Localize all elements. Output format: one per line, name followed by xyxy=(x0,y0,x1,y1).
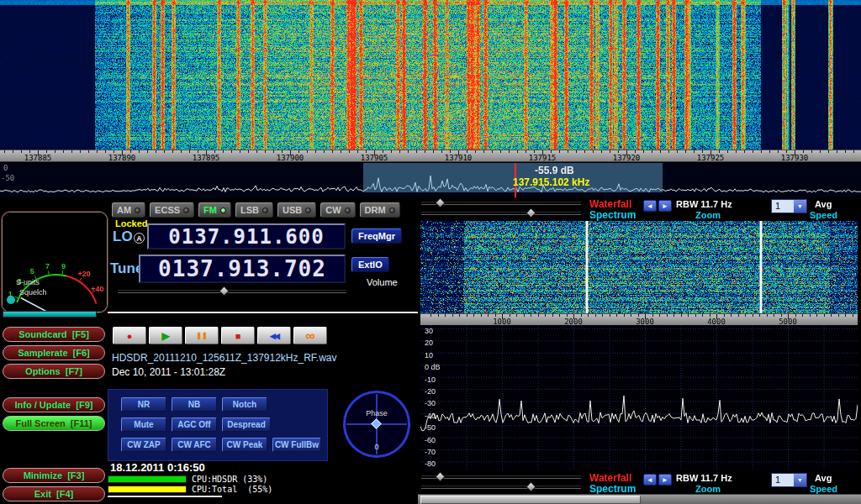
menu-button-full-screen[interactable]: Full Screen [F11] xyxy=(3,416,105,431)
spin-left-icon[interactable]: ◄ xyxy=(643,474,657,486)
scale-tick xyxy=(307,150,308,153)
spin-left-icon[interactable]: ◄ xyxy=(643,200,657,212)
dsp-button-cw-zap[interactable]: CW ZAP xyxy=(121,438,166,452)
menu-button-info-update[interactable]: Info / Update [F9] xyxy=(3,397,105,412)
scale-tick xyxy=(531,314,531,317)
scale-tick xyxy=(97,150,98,153)
dsp-button-mute[interactable]: Mute xyxy=(121,417,166,432)
frequency-scale[interactable]: 1378851378901378951379001379051379101379… xyxy=(0,150,861,162)
audio-spectrum-display[interactable] xyxy=(420,325,858,471)
tune-frequency-display[interactable]: 0137.913.702 xyxy=(139,255,346,283)
volume-slider[interactable] xyxy=(118,287,346,296)
slider-thumb[interactable] xyxy=(526,207,536,218)
cpu-hdsdr-bar xyxy=(108,475,187,483)
scale-tick xyxy=(198,150,198,153)
dsp-button-nr[interactable]: NR xyxy=(121,397,166,412)
scale-tick xyxy=(240,150,240,153)
main-waterfall-display[interactable] xyxy=(0,0,861,150)
scale-tick xyxy=(820,150,821,153)
lo-sync-badge[interactable]: A xyxy=(134,233,145,244)
overview-spectrum[interactable]: 0 -50 -55.9 dB 137.915.102 kHz xyxy=(0,163,861,197)
transport-stop-button[interactable]: ■ xyxy=(221,327,255,344)
scale-tick xyxy=(559,150,560,153)
scale-tick xyxy=(298,150,299,153)
scale-tick xyxy=(753,150,753,153)
scale-tick xyxy=(845,314,846,317)
dsp-button-cw-peak[interactable]: CW Peak xyxy=(222,438,267,452)
mode-button-lsb[interactable]: LSB xyxy=(235,202,273,218)
freq-scale-label: 137915 xyxy=(529,154,557,162)
horizontal-scrollbar[interactable] xyxy=(418,494,861,504)
play-icon: ▶ xyxy=(161,330,169,342)
slider-thumb[interactable] xyxy=(435,197,446,208)
audio-scale-label: 3000 xyxy=(636,318,654,325)
spin-right-icon[interactable]: ► xyxy=(658,474,672,486)
dsp-button-agc-off[interactable]: AGC Off xyxy=(172,417,217,432)
dsp-button-nb[interactable]: NB xyxy=(172,397,217,412)
scale-tick xyxy=(481,314,482,317)
menu-button-soundcard[interactable]: Soundcard [F5] xyxy=(3,327,105,342)
display-slider-lower[interactable] xyxy=(421,209,581,218)
scale-tick xyxy=(156,150,156,153)
scale-tick xyxy=(610,150,610,153)
dsp-button-despread[interactable]: Despread xyxy=(222,417,271,432)
menu-button-exit[interactable]: Exit [F4] xyxy=(3,486,105,501)
mode-button-ecss[interactable]: ECSS xyxy=(150,202,194,218)
waterfall-label[interactable]: Waterfall xyxy=(589,198,631,210)
avg-select[interactable]: 1▼ xyxy=(771,199,807,213)
display-slider-upper[interactable] xyxy=(421,199,581,207)
spectrum-label[interactable]: Spectrum xyxy=(589,209,636,221)
transport-loop-button[interactable]: ∞ xyxy=(293,327,327,344)
display-slider-lower[interactable] xyxy=(421,483,581,491)
mode-button-usb[interactable]: USB xyxy=(277,202,316,218)
scale-tick xyxy=(534,150,535,153)
lo-frequency-display[interactable]: 0137.911.600 xyxy=(147,223,346,249)
scale-tick xyxy=(71,150,72,153)
spectrum-label[interactable]: Spectrum xyxy=(589,483,636,495)
cpu-row: CPU:HDSDR (33%) xyxy=(108,475,331,485)
scrollbar-thumb[interactable] xyxy=(420,496,641,504)
transport-pause-button[interactable]: ❚❚ xyxy=(185,327,219,344)
freqmgr-button[interactable]: FreqMgr xyxy=(351,228,402,244)
slider-thumb[interactable] xyxy=(435,471,446,482)
avg-select[interactable]: 1▼ xyxy=(771,473,807,487)
scale-tick xyxy=(828,150,829,153)
freq-scale-label: 137925 xyxy=(697,154,725,162)
mode-button-fm[interactable]: FM xyxy=(198,202,231,218)
transport-play-button[interactable]: ▶ xyxy=(149,327,182,344)
audio-frequency-scale[interactable]: 10002000300040005000 xyxy=(420,313,858,325)
scale-tick xyxy=(769,150,770,153)
mode-button-am[interactable]: AM xyxy=(112,202,145,218)
scale-tick xyxy=(29,150,30,153)
menu-button-samplerate[interactable]: Samplerate [F6] xyxy=(3,345,105,360)
menu-button-options[interactable]: Options [F7] xyxy=(3,364,105,379)
dropdown-arrow-icon[interactable]: ▼ xyxy=(794,200,806,213)
dsp-button-cw-afc[interactable]: CW AFC xyxy=(172,438,217,452)
dsp-button-notch[interactable]: Notch xyxy=(222,397,267,412)
audio-waterfall-display[interactable] xyxy=(420,221,858,313)
slider-thumb[interactable] xyxy=(526,481,536,492)
waterfall-label[interactable]: Waterfall xyxy=(589,472,631,484)
mode-button-drm[interactable]: DRM xyxy=(360,202,400,218)
audio-scale-label: 4000 xyxy=(707,318,726,325)
display-controls-top: WaterfallSpectrum◄►RBW 11.7 HzZoom1▼AvgS… xyxy=(418,198,861,220)
scale-tick xyxy=(702,314,703,317)
phase-scope-value: 0 xyxy=(340,443,414,451)
spin-right-icon[interactable]: ► xyxy=(658,200,672,212)
volume-slider-thumb[interactable] xyxy=(219,286,230,297)
extio-button[interactable]: ExtIO xyxy=(351,257,389,272)
scale-tick xyxy=(831,314,832,317)
menu-button-minimize[interactable]: Minimize [F3] xyxy=(3,468,105,483)
scale-tick xyxy=(495,314,496,317)
transport-record-button[interactable]: ● xyxy=(113,327,146,344)
mode-button-cw[interactable]: CW xyxy=(320,202,355,218)
transport-rewind-button[interactable]: ◀◀ xyxy=(257,327,291,344)
display-slider-upper[interactable] xyxy=(421,473,581,481)
scale-tick xyxy=(445,314,446,317)
mode-label: ECSS xyxy=(155,205,180,215)
dsp-button-cw-fullbw[interactable]: CW FullBw xyxy=(272,438,321,452)
squelch-level-bar[interactable] xyxy=(3,311,97,318)
scale-tick xyxy=(685,150,686,153)
freq-scale-label: 137920 xyxy=(613,154,641,162)
dropdown-arrow-icon[interactable]: ▼ xyxy=(794,474,806,486)
